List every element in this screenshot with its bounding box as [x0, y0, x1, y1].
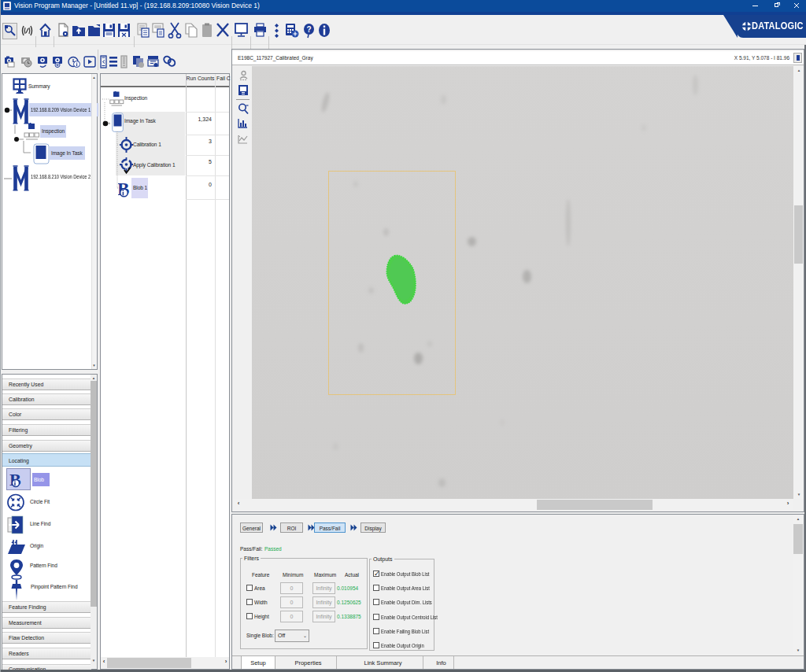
svg-text:?: ?: [306, 25, 311, 34]
